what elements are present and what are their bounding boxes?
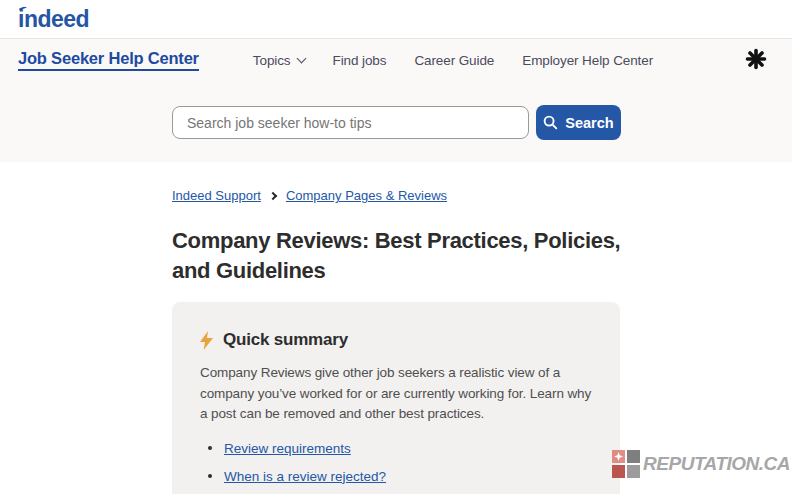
quick-summary-body: Company Reviews give other job seekers a…: [200, 363, 592, 425]
nav-links: Topics Find jobs Career Guide Employer H…: [225, 53, 653, 68]
magnifier-icon: [543, 115, 558, 130]
nav-item-topics[interactable]: Topics: [253, 53, 305, 68]
nav-item-employer-help-center[interactable]: Employer Help Center: [522, 53, 653, 68]
watermark-text: REPUTATION.CA: [643, 453, 790, 475]
quick-summary-header: Quick summary: [200, 330, 592, 350]
link-review-requirements[interactable]: Review requirements: [224, 441, 351, 456]
chevron-down-icon: [296, 53, 306, 63]
breadcrumb-indeed-support[interactable]: Indeed Support: [172, 188, 261, 203]
nav-item-career-guide[interactable]: Career Guide: [414, 53, 494, 68]
logo-square-red-star: [612, 450, 625, 463]
nav-item-employer-help-center-label: Employer Help Center: [522, 53, 653, 68]
top-logo-bar: indeed: [0, 0, 792, 38]
link-when-review-rejected[interactable]: When is a review rejected?: [224, 469, 386, 484]
bullet-icon: [208, 446, 212, 450]
breadcrumb: Indeed Support Company Pages & Reviews: [172, 188, 447, 203]
quick-summary-title: Quick summary: [223, 330, 348, 350]
page-title-line1: Company Reviews: Best Practices, Policie…: [172, 226, 620, 256]
logo-square-gray: [627, 465, 640, 478]
reputation-logo-icon: [612, 450, 640, 478]
page-title-line2: and Guidelines: [172, 256, 620, 286]
bullet-icon: [208, 474, 212, 478]
logo-square-dark-red: [612, 465, 625, 478]
search-button-label: Search: [565, 115, 613, 131]
lightning-bolt-icon: [200, 331, 213, 350]
page-title: Company Reviews: Best Practices, Policie…: [172, 226, 620, 286]
breadcrumb-company-pages-reviews[interactable]: Company Pages & Reviews: [286, 188, 447, 203]
quick-summary-card: Quick summary Company Reviews give other…: [172, 302, 620, 494]
list-item: Review requirements: [200, 441, 592, 456]
asterisk-icon[interactable]: [744, 47, 768, 71]
search-input[interactable]: [172, 106, 529, 139]
job-seeker-help-center-page: indeed Job Seeker Help Center Topics Fin…: [0, 0, 792, 494]
header-band: Job Seeker Help Center Topics Find jobs …: [0, 38, 792, 162]
nav-item-career-guide-label: Career Guide: [414, 53, 494, 68]
search-button[interactable]: Search: [536, 105, 621, 140]
quick-summary-links: Review requirements When is a review rej…: [200, 441, 592, 494]
reputation-ca-watermark: REPUTATION.CA: [612, 450, 790, 478]
nav-home-link[interactable]: Job Seeker Help Center: [18, 49, 199, 71]
list-item: When is a review rejected?: [200, 469, 592, 484]
star-icon: [614, 452, 623, 461]
nav-item-topics-label: Topics: [253, 53, 291, 68]
indeed-logo[interactable]: indeed: [18, 6, 89, 33]
logo-square-dark-gray: [627, 450, 640, 463]
nav-item-find-jobs-label: Find jobs: [333, 53, 387, 68]
indeed-logo-text: indeed: [18, 6, 89, 32]
breadcrumb-chevron-icon: [269, 191, 277, 199]
nav-item-find-jobs[interactable]: Find jobs: [333, 53, 387, 68]
nav-bar: Job Seeker Help Center Topics Find jobs …: [18, 49, 772, 71]
